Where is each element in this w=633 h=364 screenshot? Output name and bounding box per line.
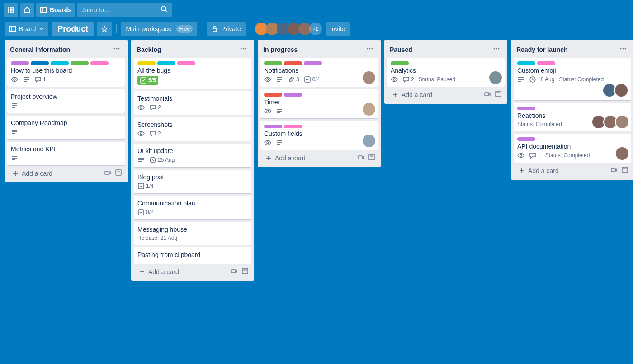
- card[interactable]: Company Roadmap: [7, 116, 125, 139]
- plus-icon: [12, 170, 19, 177]
- dots-icon: [493, 45, 500, 52]
- divider: [116, 24, 117, 33]
- add-card-button[interactable]: Add a card: [263, 153, 307, 163]
- template-icon: [115, 169, 122, 176]
- card-members: [618, 147, 628, 160]
- card[interactable]: Notifications30/4: [260, 58, 378, 87]
- label-red[interactable]: [284, 61, 302, 65]
- card[interactable]: UI kit update25 Aug: [134, 144, 251, 167]
- card[interactable]: Screenshots2: [134, 117, 251, 141]
- label-blue[interactable]: [31, 61, 49, 65]
- label-purple[interactable]: [517, 107, 535, 110]
- avatar[interactable]: [363, 71, 375, 84]
- boards-button[interactable]: Boards: [36, 3, 75, 17]
- avatar[interactable]: [489, 71, 502, 84]
- workspace-button[interactable]: Main workspace Free: [121, 22, 197, 36]
- due-badge: 18 Aug: [529, 76, 554, 83]
- label-purple[interactable]: [284, 93, 302, 97]
- jump-to-search[interactable]: [77, 3, 172, 17]
- card[interactable]: Timer: [260, 89, 378, 118]
- video-button[interactable]: [484, 90, 491, 99]
- label-cyan[interactable]: [157, 61, 175, 65]
- list-menu-button[interactable]: [111, 44, 122, 55]
- home-button[interactable]: [20, 3, 34, 17]
- card[interactable]: How to use this board1: [7, 58, 125, 87]
- template-button[interactable]: [495, 90, 502, 99]
- card[interactable]: API documentation1Status: Completed: [514, 134, 631, 163]
- add-card-button[interactable]: Add a card: [137, 266, 181, 277]
- label-cyan[interactable]: [51, 61, 69, 65]
- label-green[interactable]: [391, 61, 409, 65]
- watch-badge: [137, 104, 145, 111]
- label-pink[interactable]: [284, 125, 302, 128]
- card[interactable]: Blog post1/4: [134, 170, 251, 193]
- video-button[interactable]: [357, 154, 364, 163]
- list-menu-button[interactable]: [618, 44, 628, 55]
- avatar[interactable]: [363, 103, 375, 116]
- card[interactable]: All the bugs5/5: [134, 58, 251, 89]
- list-title[interactable]: In progress: [263, 46, 298, 53]
- card[interactable]: Testimonials2: [134, 91, 251, 115]
- list-title[interactable]: Paused: [390, 46, 412, 53]
- template-button[interactable]: [115, 169, 122, 178]
- card[interactable]: Communication plan0/2: [134, 196, 251, 219]
- label-purple[interactable]: [264, 125, 282, 128]
- video-button[interactable]: [610, 166, 618, 175]
- card[interactable]: Metrics and KPI: [7, 142, 125, 165]
- apps-button[interactable]: [4, 3, 18, 17]
- avatar[interactable]: [604, 116, 617, 128]
- label-cyan[interactable]: [517, 61, 535, 65]
- avatar[interactable]: [592, 116, 605, 128]
- label-red[interactable]: [264, 93, 282, 97]
- label-purple[interactable]: [304, 61, 322, 65]
- list-menu-button[interactable]: [238, 44, 249, 55]
- list-title[interactable]: Ready for launch: [516, 46, 568, 53]
- star-button[interactable]: [97, 22, 112, 36]
- list-title[interactable]: General Information: [10, 46, 70, 53]
- list-menu-button[interactable]: [364, 44, 375, 55]
- label-pink[interactable]: [90, 61, 109, 65]
- template-button[interactable]: [368, 154, 375, 163]
- board-name[interactable]: Product: [52, 22, 94, 36]
- comment-icon: [149, 104, 156, 111]
- avatar[interactable]: [615, 84, 628, 97]
- card[interactable]: Project overview: [7, 89, 125, 113]
- add-card-button[interactable]: Add a card: [390, 89, 434, 100]
- label-purple[interactable]: [517, 137, 535, 141]
- template-button[interactable]: [241, 267, 249, 276]
- label-pink[interactable]: [537, 61, 555, 65]
- video-button[interactable]: [104, 169, 111, 178]
- label-green[interactable]: [264, 61, 282, 65]
- list-menu-button[interactable]: [491, 44, 502, 55]
- avatar[interactable]: [603, 84, 616, 97]
- card[interactable]: Messaging houseRelease: 21 Aug: [134, 222, 251, 245]
- board-view-switch[interactable]: Board: [5, 22, 48, 36]
- invite-button[interactable]: Invite: [326, 22, 350, 36]
- avatar[interactable]: [616, 116, 628, 128]
- eye-icon: [264, 139, 271, 146]
- label-green[interactable]: [71, 61, 89, 65]
- add-card-button[interactable]: Add a card: [10, 168, 54, 179]
- search-icon: [161, 5, 168, 14]
- jump-input[interactable]: [81, 6, 161, 14]
- member-overflow[interactable]: +1: [309, 23, 322, 35]
- card[interactable]: ReactionsStatus: Completed: [514, 103, 631, 131]
- label-purple[interactable]: [11, 61, 29, 65]
- card[interactable]: Pasting from clipboard: [134, 247, 251, 264]
- card[interactable]: Custom emoji18 AugStatus: Completed: [514, 58, 631, 100]
- card[interactable]: Analytics2Status: Paused: [387, 58, 505, 87]
- avatar[interactable]: [363, 135, 375, 147]
- video-button[interactable]: [231, 267, 238, 276]
- label-pink[interactable]: [177, 61, 195, 65]
- visibility-button[interactable]: Private: [207, 22, 246, 36]
- eye-icon: [264, 107, 271, 115]
- template-button[interactable]: [621, 166, 628, 175]
- watch-badge: [517, 152, 524, 159]
- description-badge: [23, 76, 30, 83]
- list-title[interactable]: Backlog: [137, 46, 161, 53]
- avatar[interactable]: [616, 147, 628, 160]
- add-card-button[interactable]: Add a card: [516, 165, 561, 176]
- description-icon: [11, 154, 18, 162]
- card[interactable]: Custom fields: [260, 121, 378, 150]
- label-yellow[interactable]: [137, 61, 156, 65]
